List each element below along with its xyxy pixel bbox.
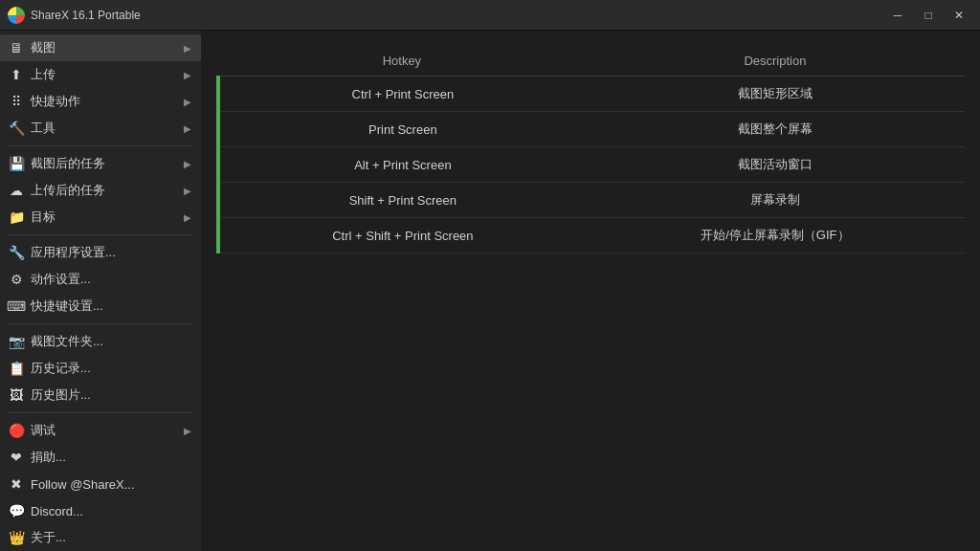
hotkey-cell-1: Print Screen: [218, 112, 586, 147]
sidebar-divider: [8, 412, 193, 413]
sidebar-item-left-follow: ✖Follow @ShareX...: [8, 475, 135, 493]
hotkey-table: Hotkey Description Ctrl + Print Screen截图…: [216, 46, 965, 253]
app-icon: [8, 7, 25, 24]
sidebar-item-action-settings[interactable]: ⚙动作设置...: [0, 266, 201, 293]
sidebar-item-debug[interactable]: 🔴调试▶: [0, 417, 201, 444]
sidebar-item-capture-folder[interactable]: 📷截图文件夹...: [0, 328, 201, 355]
sidebar-divider: [8, 234, 193, 235]
sidebar-arrow-after-upload: ▶: [184, 186, 191, 196]
app-settings-icon: 🔧: [8, 244, 25, 261]
sidebar-item-upload[interactable]: ⬆上传▶: [0, 61, 201, 88]
tools-icon: 🔨: [8, 120, 25, 137]
sidebar-label-after-upload: 上传后的任务: [31, 182, 105, 199]
sidebar: 🖥截图▶⬆上传▶⠿快捷动作▶🔨工具▶💾截图后的任务▶☁上传后的任务▶📁目标▶🔧应…: [0, 31, 201, 551]
sidebar-item-about[interactable]: 👑关于...: [0, 524, 201, 551]
sidebar-item-left-tools: 🔨工具: [8, 120, 56, 137]
sidebar-item-image-history[interactable]: 🖼历史图片...: [0, 382, 201, 408]
sidebar-label-app-settings: 应用程序设置...: [31, 244, 116, 261]
window-controls: ─ □ ✕: [884, 6, 972, 25]
destination-icon: 📁: [8, 209, 25, 226]
sidebar-item-left-destination: 📁目标: [8, 209, 56, 226]
sidebar-label-image-history: 历史图片...: [31, 386, 91, 404]
sidebar-divider: [8, 145, 193, 146]
sidebar-label-follow: Follow @ShareX...: [31, 477, 135, 492]
sidebar-item-left-after-capture: 💾截图后的任务: [8, 155, 105, 172]
about-icon: 👑: [8, 529, 25, 546]
content-area: Hotkey Description Ctrl + Print Screen截图…: [201, 31, 980, 551]
sidebar-label-about: 关于...: [31, 529, 66, 546]
sidebar-item-left-history: 📋历史记录...: [8, 360, 91, 377]
image-history-icon: 🖼: [8, 386, 25, 404]
capture-folder-icon: 📷: [8, 333, 25, 350]
col-hotkey-header: Hotkey: [218, 46, 586, 77]
hotkey-cell-4: Ctrl + Shift + Print Screen: [218, 218, 586, 253]
sidebar-arrow-after-capture: ▶: [184, 159, 191, 169]
discord-icon: 💬: [8, 502, 25, 519]
sidebar-item-left-image-history: 🖼历史图片...: [8, 386, 91, 404]
capture-icon: 🖥: [8, 39, 25, 56]
sidebar-item-tools[interactable]: 🔨工具▶: [0, 115, 201, 142]
sidebar-item-left-app-settings: 🔧应用程序设置...: [8, 244, 116, 261]
hotkey-row-4[interactable]: Ctrl + Shift + Print Screen开始/停止屏幕录制（GIF…: [218, 218, 965, 253]
sidebar-item-quick-actions[interactable]: ⠿快捷动作▶: [0, 88, 201, 115]
sidebar-arrow-debug: ▶: [184, 426, 191, 436]
hotkey-row-2[interactable]: Alt + Print Screen截图活动窗口: [218, 147, 965, 183]
sidebar-arrow-capture: ▶: [184, 43, 191, 54]
sidebar-item-hotkey-settings[interactable]: ⌨快捷键设置...: [0, 293, 201, 320]
titlebar: ShareX 16.1 Portable ─ □ ✕: [0, 0, 980, 31]
sidebar-label-donate: 捐助...: [31, 449, 66, 466]
sidebar-label-debug: 调试: [31, 422, 56, 439]
sidebar-item-app-settings[interactable]: 🔧应用程序设置...: [0, 239, 201, 266]
description-cell-3: 屏幕录制: [586, 183, 965, 218]
hotkey-row-3[interactable]: Shift + Print Screen屏幕录制: [218, 183, 965, 218]
sidebar-label-hotkey-settings: 快捷键设置...: [31, 298, 103, 315]
action-settings-icon: ⚙: [8, 271, 25, 288]
sidebar-item-left-upload: ⬆上传: [8, 66, 56, 83]
hotkey-settings-icon: ⌨: [8, 298, 25, 315]
col-description-header: Description: [586, 46, 965, 77]
titlebar-left: ShareX 16.1 Portable: [8, 7, 141, 24]
sidebar-item-left-hotkey-settings: ⌨快捷键设置...: [8, 298, 103, 315]
sidebar-label-quick-actions: 快捷动作: [31, 93, 80, 110]
sidebar-item-left-action-settings: ⚙动作设置...: [8, 271, 91, 288]
maximize-button[interactable]: □: [915, 6, 942, 25]
app-title: ShareX 16.1 Portable: [31, 9, 141, 22]
sidebar-item-after-upload[interactable]: ☁上传后的任务▶: [0, 177, 201, 204]
sidebar-label-action-settings: 动作设置...: [31, 271, 91, 288]
sidebar-label-tools: 工具: [31, 120, 56, 137]
upload-icon: ⬆: [8, 66, 25, 83]
sidebar-label-history: 历史记录...: [31, 360, 91, 377]
description-cell-4: 开始/停止屏幕录制（GIF）: [586, 218, 965, 253]
sidebar-item-left-donate: ❤捐助...: [8, 449, 66, 466]
sidebar-item-history[interactable]: 📋历史记录...: [0, 355, 201, 382]
sidebar-label-upload: 上传: [31, 66, 56, 83]
description-cell-0: 截图矩形区域: [586, 77, 965, 112]
sidebar-item-left-after-upload: ☁上传后的任务: [8, 182, 105, 199]
history-icon: 📋: [8, 360, 25, 377]
sidebar-label-discord: Discord...: [31, 504, 83, 518]
sidebar-item-after-capture[interactable]: 💾截图后的任务▶: [0, 150, 201, 177]
after-capture-icon: 💾: [8, 155, 25, 172]
sidebar-label-after-capture: 截图后的任务: [31, 155, 105, 172]
sidebar-arrow-upload: ▶: [184, 70, 191, 80]
sidebar-label-destination: 目标: [31, 209, 56, 226]
donate-icon: ❤: [8, 449, 25, 466]
sidebar-label-capture-folder: 截图文件夹...: [31, 333, 103, 350]
sidebar-item-left-quick-actions: ⠿快捷动作: [8, 93, 80, 110]
sidebar-item-follow[interactable]: ✖Follow @ShareX...: [0, 471, 201, 497]
minimize-button[interactable]: ─: [884, 6, 911, 25]
sidebar-arrow-quick-actions: ▶: [184, 97, 191, 107]
sidebar-item-discord[interactable]: 💬Discord...: [0, 497, 201, 524]
hotkey-row-0[interactable]: Ctrl + Print Screen截图矩形区域: [218, 77, 965, 112]
sidebar-item-left-capture: 🖥截图: [8, 39, 56, 56]
hotkey-cell-3: Shift + Print Screen: [218, 183, 586, 218]
description-cell-1: 截图整个屏幕: [586, 112, 965, 147]
hotkey-cell-0: Ctrl + Print Screen: [218, 77, 586, 112]
description-cell-2: 截图活动窗口: [586, 147, 965, 183]
sidebar-item-left-debug: 🔴调试: [8, 422, 56, 439]
hotkey-row-1[interactable]: Print Screen截图整个屏幕: [218, 112, 965, 147]
close-button[interactable]: ✕: [946, 6, 972, 25]
sidebar-item-destination[interactable]: 📁目标▶: [0, 204, 201, 231]
sidebar-item-donate[interactable]: ❤捐助...: [0, 444, 201, 471]
sidebar-item-capture[interactable]: 🖥截图▶: [0, 34, 201, 61]
